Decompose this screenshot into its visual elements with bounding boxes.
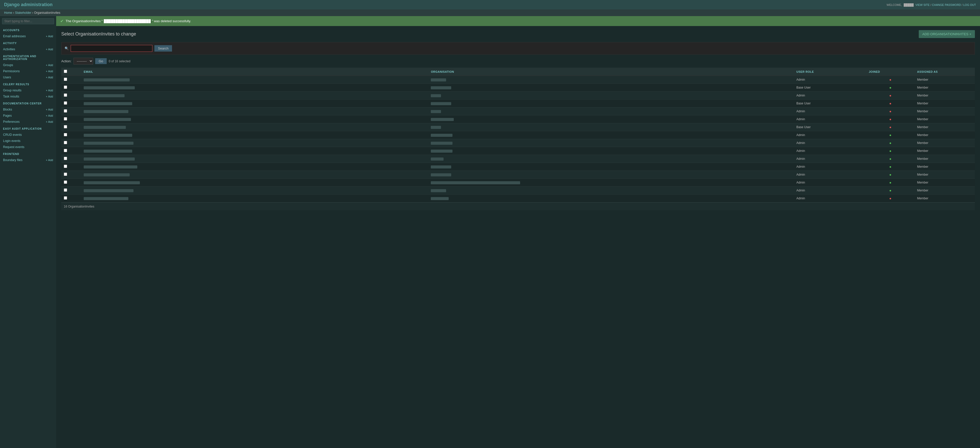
group-results-link[interactable]: Group results bbox=[3, 89, 21, 92]
organisation-cell[interactable] bbox=[428, 84, 794, 92]
add-preferences-link[interactable]: + Add bbox=[46, 120, 53, 123]
sidebar-item-groups[interactable]: Groups + Add bbox=[0, 62, 56, 68]
sidebar-item-request-events[interactable]: Request events bbox=[0, 144, 56, 150]
row-checkbox[interactable] bbox=[64, 196, 67, 199]
pages-link[interactable]: Pages bbox=[3, 114, 12, 118]
email-cell[interactable] bbox=[81, 163, 428, 171]
row-checkbox[interactable] bbox=[64, 125, 67, 128]
organisation-cell[interactable] bbox=[428, 147, 794, 155]
organisation-cell[interactable] bbox=[428, 100, 794, 107]
add-users-link[interactable]: + Add bbox=[46, 76, 53, 79]
users-link[interactable]: Users bbox=[3, 76, 11, 79]
add-email-addresses-link[interactable]: + Add bbox=[46, 35, 53, 38]
task-results-link[interactable]: Task results bbox=[3, 95, 19, 98]
email-cell[interactable] bbox=[81, 147, 428, 155]
sidebar-item-crud-events[interactable]: CRUD events bbox=[0, 132, 56, 138]
row-checkbox[interactable] bbox=[64, 180, 67, 184]
organisation-cell[interactable] bbox=[428, 163, 794, 171]
add-groups-link[interactable]: + Add bbox=[46, 64, 53, 67]
add-blocks-link[interactable]: + Add bbox=[46, 108, 53, 111]
sidebar-item-email-addresses[interactable]: Email addresses + Add bbox=[0, 33, 56, 39]
sidebar-filter-input[interactable] bbox=[2, 18, 54, 24]
sidebar-item-boundary-files[interactable]: Boundary files + Add bbox=[0, 157, 56, 163]
add-pages-link[interactable]: + Add bbox=[46, 114, 53, 117]
row-checkbox[interactable] bbox=[64, 133, 67, 136]
email-cell[interactable] bbox=[81, 139, 428, 147]
email-cell[interactable] bbox=[81, 187, 428, 195]
add-organisationinvites-button[interactable]: ADD ORGANISATIONINVITES + bbox=[919, 30, 975, 38]
email-cell[interactable] bbox=[81, 100, 428, 107]
search-input[interactable] bbox=[71, 45, 152, 52]
breadcrumb-stakeholder[interactable]: Stakeholder bbox=[15, 11, 32, 14]
organisation-cell[interactable] bbox=[428, 107, 794, 115]
add-activities-link[interactable]: + Add bbox=[46, 48, 53, 51]
organisation-cell[interactable] bbox=[428, 179, 794, 187]
assigned-as-column-header[interactable]: ASSIGNED AS bbox=[915, 68, 975, 76]
add-boundary-files-link[interactable]: + Add bbox=[46, 158, 53, 162]
email-cell[interactable] bbox=[81, 155, 428, 163]
email-cell[interactable] bbox=[81, 92, 428, 100]
organisation-cell[interactable] bbox=[428, 131, 794, 139]
sidebar-item-pages[interactable]: Pages + Add bbox=[0, 113, 56, 119]
row-checkbox[interactable] bbox=[64, 78, 67, 81]
preferences-link[interactable]: Preferences bbox=[3, 120, 20, 124]
sidebar-item-activities[interactable]: Activities + Add bbox=[0, 46, 56, 52]
email-column-header[interactable]: EMAIL bbox=[81, 68, 428, 76]
row-checkbox[interactable] bbox=[64, 86, 67, 89]
email-cell[interactable] bbox=[81, 171, 428, 179]
row-checkbox[interactable] bbox=[64, 101, 67, 105]
sidebar-item-login-events[interactable]: Login events bbox=[0, 138, 56, 144]
email-cell[interactable] bbox=[81, 115, 428, 123]
user-role-column-header[interactable]: USER ROLE bbox=[794, 68, 866, 76]
row-checkbox[interactable] bbox=[64, 117, 67, 121]
sidebar-item-preferences[interactable]: Preferences + Add bbox=[0, 119, 56, 125]
permissions-link[interactable]: Permissions bbox=[3, 69, 20, 73]
crud-events-link[interactable]: CRUD events bbox=[3, 133, 22, 137]
row-checkbox[interactable] bbox=[64, 141, 67, 144]
email-addresses-link[interactable]: Email addresses bbox=[3, 35, 26, 38]
row-checkbox[interactable] bbox=[64, 93, 67, 97]
breadcrumb-home[interactable]: Home bbox=[4, 11, 12, 14]
row-checkbox[interactable] bbox=[64, 188, 67, 192]
row-checkbox[interactable] bbox=[64, 109, 67, 113]
email-cell[interactable] bbox=[81, 84, 428, 92]
organisation-cell[interactable] bbox=[428, 139, 794, 147]
add-permissions-link[interactable]: + Add bbox=[46, 70, 53, 73]
sidebar-item-blocks[interactable]: Blocks + Add bbox=[0, 107, 56, 113]
organisation-cell[interactable] bbox=[428, 155, 794, 163]
organisation-column-header[interactable]: ORGANISATION bbox=[428, 68, 794, 76]
groups-link[interactable]: Groups bbox=[3, 63, 13, 67]
add-task-results-link[interactable]: + Add bbox=[46, 95, 53, 98]
search-button[interactable]: Search bbox=[154, 45, 172, 51]
activities-link[interactable]: Activities bbox=[3, 48, 15, 51]
view-site-link[interactable]: VIEW SITE bbox=[915, 3, 930, 6]
boundary-files-link[interactable]: Boundary files bbox=[3, 158, 22, 162]
row-checkbox[interactable] bbox=[64, 165, 67, 168]
row-checkbox[interactable] bbox=[64, 157, 67, 160]
organisation-cell[interactable] bbox=[428, 123, 794, 131]
organisation-cell[interactable] bbox=[428, 76, 794, 84]
row-checkbox[interactable] bbox=[64, 172, 67, 176]
organisation-cell[interactable] bbox=[428, 171, 794, 179]
sidebar-item-permissions[interactable]: Permissions + Add bbox=[0, 68, 56, 74]
request-events-link[interactable]: Request events bbox=[3, 145, 24, 149]
organisation-cell[interactable] bbox=[428, 115, 794, 123]
sidebar-item-task-results[interactable]: Task results + Add bbox=[0, 93, 56, 100]
email-cell[interactable] bbox=[81, 76, 428, 84]
sidebar-item-group-results[interactable]: Group results + Add bbox=[0, 87, 56, 93]
add-group-results-link[interactable]: + Add bbox=[46, 89, 53, 92]
organisation-cell[interactable] bbox=[428, 187, 794, 195]
action-go-button[interactable]: Go bbox=[95, 58, 107, 64]
joined-column-header[interactable]: JOINED bbox=[866, 68, 915, 76]
email-cell[interactable] bbox=[81, 195, 428, 202]
email-cell[interactable] bbox=[81, 123, 428, 131]
select-all-checkbox[interactable] bbox=[64, 70, 67, 73]
action-select[interactable]: --------- bbox=[73, 58, 93, 65]
log-out-link[interactable]: LOG OUT bbox=[963, 3, 976, 6]
change-password-link[interactable]: CHANGE PASSWORD bbox=[932, 3, 961, 6]
row-checkbox[interactable] bbox=[64, 149, 67, 152]
organisation-cell[interactable] bbox=[428, 195, 794, 202]
organisation-cell[interactable] bbox=[428, 92, 794, 100]
sidebar-item-users[interactable]: Users + Add bbox=[0, 74, 56, 80]
email-cell[interactable] bbox=[81, 179, 428, 187]
